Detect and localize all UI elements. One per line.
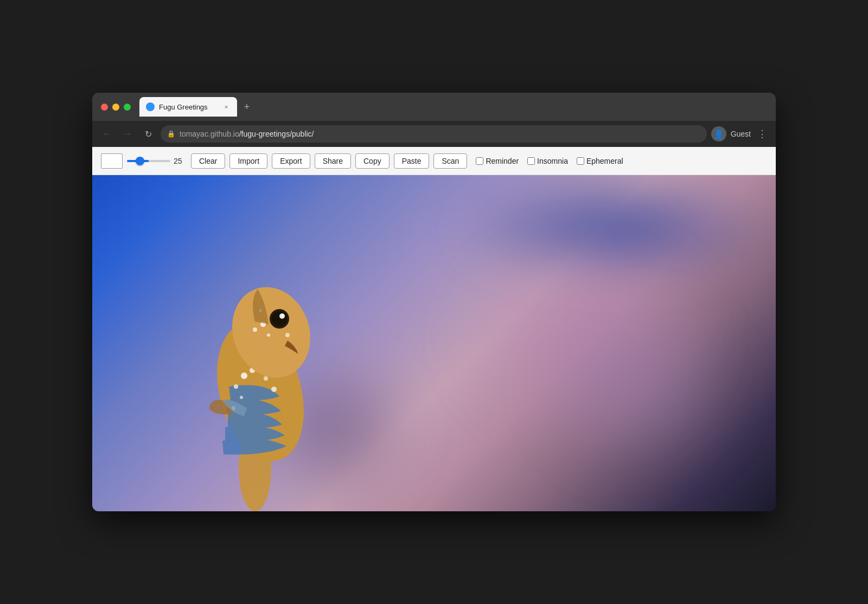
browser-tab[interactable]: 🌐 Fugu Greetings ×: [139, 97, 237, 117]
close-window-button[interactable]: [101, 104, 108, 111]
scan-button[interactable]: Scan: [433, 153, 467, 169]
fish-scene: [92, 175, 776, 511]
svg-point-2: [241, 372, 247, 379]
svg-point-5: [264, 376, 268, 381]
slider-value: 25: [174, 157, 187, 165]
svg-point-14: [282, 314, 284, 317]
color-preview[interactable]: [101, 153, 123, 169]
svg-point-6: [240, 396, 243, 399]
insomnia-label: Insomnia: [537, 157, 568, 165]
maximize-window-button[interactable]: [124, 104, 131, 111]
ephemeral-checkbox-label[interactable]: Ephemeral: [577, 157, 623, 165]
ephemeral-checkbox[interactable]: [577, 157, 584, 165]
svg-point-7: [271, 387, 277, 392]
svg-point-18: [285, 333, 290, 337]
lock-icon: 🔒: [167, 130, 175, 138]
tab-title: Fugu Greetings: [159, 103, 218, 111]
insomnia-checkbox-label[interactable]: Insomnia: [527, 157, 568, 165]
reminder-label: Reminder: [486, 157, 519, 165]
svg-point-17: [267, 333, 270, 337]
url-text: tomayac.github.io/fugu-greetings/public/: [180, 130, 314, 138]
copy-button[interactable]: Copy: [355, 153, 390, 169]
tab-close-button[interactable]: ×: [222, 102, 231, 111]
ephemeral-label: Ephemeral: [586, 157, 623, 165]
url-path: /fugu-greetings/public/: [239, 130, 314, 138]
insomnia-checkbox[interactable]: [527, 157, 535, 165]
tab-favicon-icon: 🌐: [146, 102, 155, 111]
checkbox-group: Reminder Insomnia Ephemeral: [476, 157, 623, 165]
title-bar: 🌐 Fugu Greetings × +: [92, 93, 776, 121]
traffic-lights: [101, 104, 131, 111]
browser-window: 🌐 Fugu Greetings × + ← → ↻ 🔒 tomayac.git…: [92, 93, 776, 511]
profile-area[interactable]: 👤 Guest: [711, 126, 751, 142]
forward-button[interactable]: →: [119, 126, 136, 142]
browser-menu-button[interactable]: ⋮: [755, 126, 769, 142]
content-area: [92, 175, 776, 511]
back-button[interactable]: ←: [99, 126, 115, 142]
svg-point-16: [253, 327, 257, 332]
profile-icon: 👤: [711, 126, 726, 142]
address-bar: ← → ↻ 🔒 tomayac.github.io/fugu-greetings…: [92, 121, 776, 147]
refresh-button[interactable]: ↻: [140, 126, 156, 142]
fish-image: [157, 240, 353, 511]
svg-point-12: [272, 311, 287, 326]
profile-label: Guest: [731, 130, 751, 138]
reminder-checkbox-label[interactable]: Reminder: [476, 157, 519, 165]
tab-bar: 🌐 Fugu Greetings × +: [139, 97, 767, 117]
new-tab-button[interactable]: +: [239, 99, 254, 114]
app-toolbar: 25 Clear Import Export Share Copy Paste …: [92, 147, 776, 175]
reminder-checkbox[interactable]: [476, 157, 483, 165]
bg-blob-coral-2: [532, 294, 749, 484]
url-bar[interactable]: 🔒 tomayac.github.io/fugu-greetings/publi…: [161, 125, 707, 143]
url-domain: tomayac.github.io: [180, 130, 239, 138]
svg-point-3: [234, 384, 238, 389]
import-button[interactable]: Import: [229, 153, 267, 169]
size-slider[interactable]: [127, 160, 170, 162]
export-button[interactable]: Export: [272, 153, 310, 169]
share-button[interactable]: Share: [315, 153, 351, 169]
slider-container: 25: [127, 157, 187, 165]
minimize-window-button[interactable]: [112, 104, 119, 111]
paste-button[interactable]: Paste: [394, 153, 430, 169]
clear-button[interactable]: Clear: [191, 153, 225, 169]
